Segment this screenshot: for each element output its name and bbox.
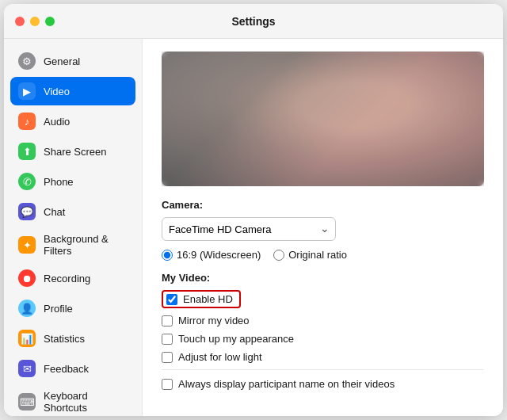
sidebar-label-phone: Phone	[44, 176, 74, 188]
my-video-label: My Video:	[162, 272, 484, 284]
ratio-widescreen[interactable]: 16:9 (Widescreen)	[162, 249, 261, 261]
background-icon: ✦	[18, 236, 36, 254]
sidebar-item-statistics[interactable]: 📊 Statistics	[10, 324, 135, 353]
mirror-checkbox[interactable]	[162, 315, 173, 326]
camera-dropdown-wrap: FaceTime HD Camera USB Camera	[162, 217, 336, 241]
camera-preview	[162, 52, 484, 186]
sidebar-label-profile: Profile	[44, 303, 73, 315]
minimize-button[interactable]	[30, 17, 40, 26]
enable-hd-checkbox[interactable]	[166, 294, 177, 305]
main-panel: Camera: FaceTime HD Camera USB Camera 16…	[143, 39, 503, 416]
sidebar-item-profile[interactable]: 👤 Profile	[10, 294, 135, 323]
sidebar-label-video: Video	[44, 86, 70, 97]
ratio-original-input[interactable]	[273, 250, 284, 261]
maximize-button[interactable]	[45, 17, 55, 26]
statistics-icon: 📊	[18, 330, 36, 347]
sidebar-item-video[interactable]: ▶ Video	[10, 77, 135, 105]
sidebar-label-statistics: Statistics	[44, 333, 85, 345]
sidebar-item-chat[interactable]: 💬 Chat	[10, 197, 135, 226]
phone-icon: ✆	[18, 173, 36, 190]
sidebar-label-general: General	[44, 55, 80, 67]
share-screen-icon: ⬆	[18, 143, 36, 160]
participant-name-row[interactable]: Always display participant name on their…	[162, 378, 484, 390]
ratio-widescreen-input[interactable]	[162, 250, 173, 261]
low-light-label: Adjust for low light	[178, 351, 262, 363]
sidebar-item-audio[interactable]: ♪ Audio	[10, 107, 135, 136]
ratio-original[interactable]: Original ratio	[273, 249, 347, 261]
profile-icon: 👤	[18, 300, 36, 317]
sidebar-item-feedback[interactable]: ✉ Feedback	[10, 354, 135, 383]
close-button[interactable]	[15, 17, 25, 26]
content-area: ⚙ General ▶ Video ♪ Audio ⬆ Share Screen…	[4, 39, 503, 416]
divider	[162, 369, 484, 370]
sidebar-label-audio: Audio	[44, 116, 70, 128]
traffic-lights	[15, 17, 55, 26]
feedback-icon: ✉	[18, 360, 36, 377]
touch-up-checkbox[interactable]	[162, 334, 173, 345]
sidebar-item-background[interactable]: ✦ Background & Filters	[10, 227, 135, 262]
sidebar-item-general[interactable]: ⚙ General	[10, 47, 135, 75]
sidebar-item-recording[interactable]: ⏺ Recording	[10, 264, 135, 292]
sidebar-label-feedback: Feedback	[44, 363, 89, 375]
settings-window: Settings ⚙ General ▶ Video ♪ Audio ⬆ Sha…	[4, 4, 503, 416]
touch-up-label: Touch up my appearance	[178, 333, 294, 345]
video-icon: ▶	[18, 82, 36, 100]
enable-hd-label: Enable HD	[183, 293, 233, 305]
participant-name-checkbox[interactable]	[162, 379, 173, 390]
low-light-checkbox[interactable]	[162, 352, 173, 363]
sidebar: ⚙ General ▶ Video ♪ Audio ⬆ Share Screen…	[4, 39, 143, 416]
chat-icon: 💬	[18, 203, 36, 220]
audio-icon: ♪	[18, 113, 36, 130]
ratio-widescreen-label: 16:9 (Widescreen)	[177, 249, 261, 261]
ratio-radio-row: 16:9 (Widescreen) Original ratio	[162, 249, 484, 261]
general-icon: ⚙	[18, 52, 36, 70]
sidebar-label-background: Background & Filters	[44, 233, 128, 257]
sidebar-label-chat: Chat	[44, 206, 65, 218]
touch-up-row[interactable]: Touch up my appearance	[162, 333, 484, 345]
camera-dropdown[interactable]: FaceTime HD Camera USB Camera	[162, 217, 336, 241]
enable-hd-wrapper[interactable]: Enable HD	[162, 290, 241, 308]
title-bar: Settings	[4, 4, 503, 39]
sidebar-label-recording: Recording	[44, 273, 90, 284]
sidebar-item-phone[interactable]: ✆ Phone	[10, 167, 135, 196]
keyboard-icon: ⌨	[18, 393, 36, 410]
mirror-label: Mirror my video	[178, 315, 250, 326]
recording-icon: ⏺	[18, 269, 36, 287]
sidebar-label-keyboard: Keyboard Shortcuts	[44, 390, 128, 414]
participant-name-label: Always display participant name on their…	[178, 378, 395, 390]
mirror-video-row[interactable]: Mirror my video	[162, 315, 484, 326]
sidebar-item-share-screen[interactable]: ⬆ Share Screen	[10, 137, 135, 166]
sidebar-item-keyboard[interactable]: ⌨ Keyboard Shortcuts	[10, 384, 135, 416]
low-light-row[interactable]: Adjust for low light	[162, 351, 484, 363]
sidebar-label-share: Share Screen	[44, 146, 107, 158]
camera-label: Camera:	[162, 199, 484, 211]
ratio-original-label: Original ratio	[288, 249, 347, 261]
window-title: Settings	[231, 15, 275, 28]
enable-hd-row: Enable HD	[162, 290, 484, 308]
